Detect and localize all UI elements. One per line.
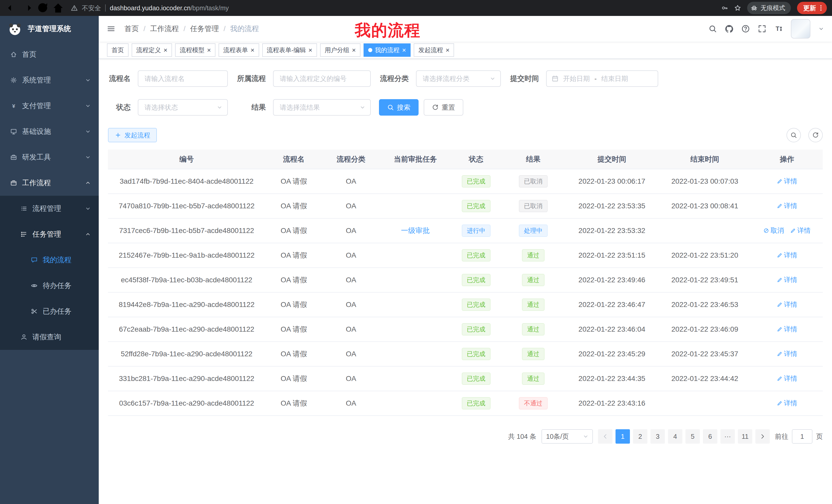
tab-close-icon[interactable]: ×: [309, 47, 312, 53]
column-header: 当前审批任务: [380, 149, 451, 169]
tab-item-5[interactable]: 用户分组×: [320, 44, 361, 57]
tab-close-icon[interactable]: ×: [251, 47, 254, 53]
help-icon[interactable]: [742, 25, 750, 33]
tab-item-2[interactable]: 流程模型×: [175, 44, 215, 57]
sidebar-item-todo-task[interactable]: 待办任务: [0, 273, 99, 299]
detail-action-button[interactable]: 详情: [777, 325, 797, 334]
tab-item-3[interactable]: 流程表单×: [218, 44, 259, 57]
browser-forward-icon[interactable]: [21, 2, 34, 14]
current-task-link[interactable]: 一级审批: [401, 227, 430, 234]
browser-menu-dots-icon[interactable]: [817, 5, 824, 11]
tab-close-icon[interactable]: ×: [207, 47, 211, 53]
cell-id: 2152467e-7b9b-11ec-9a1b-acde48001122: [108, 243, 265, 268]
browser-reload-icon[interactable]: [36, 2, 49, 14]
pager-page-button[interactable]: 6: [703, 429, 717, 444]
pager-page-button[interactable]: 11: [738, 429, 752, 444]
tab-item-6[interactable]: 我的流程×: [364, 44, 411, 57]
pager-page-button[interactable]: 5: [685, 429, 700, 444]
detail-action-button[interactable]: 详情: [777, 399, 797, 408]
tab-close-icon[interactable]: ×: [352, 47, 356, 53]
cancel-action-button[interactable]: 取消: [763, 226, 784, 235]
browser-home-icon[interactable]: [51, 2, 65, 14]
detail-action-button[interactable]: 详情: [777, 251, 797, 260]
avatar[interactable]: [791, 19, 810, 38]
pager-page-button[interactable]: 3: [650, 429, 665, 444]
pager-page-button[interactable]: 4: [668, 429, 682, 444]
pager-more-button[interactable]: ···: [721, 429, 735, 444]
sidebar-item-leave-query[interactable]: 请假查询: [0, 324, 99, 350]
logo[interactable]: 芋道管理系统: [0, 16, 99, 41]
tab-close-icon[interactable]: ×: [402, 47, 406, 53]
refresh-table-button[interactable]: [808, 128, 823, 142]
address-divider: [105, 4, 106, 11]
table-row: 331bc281-7b9a-11ec-a290-acde48001122OA 请…: [108, 366, 823, 391]
sidebar-item-system[interactable]: 系统管理: [0, 67, 99, 93]
status-tag: 已完成: [462, 274, 491, 286]
result-select[interactable]: 请选择流结果: [273, 99, 371, 116]
address-bar[interactable]: 不安全 dashboard.yudao.iocoder.cn/bpm/task/…: [71, 4, 229, 12]
cell-status: 已完成: [451, 292, 501, 317]
avatar-caret-down-icon[interactable]: [818, 26, 824, 31]
end-date-placeholder[interactable]: 结束日期: [601, 74, 628, 83]
pager-page-button[interactable]: 2: [633, 429, 647, 444]
page-size-select[interactable]: 10条/页: [542, 429, 593, 444]
sidebar-item-payment[interactable]: ¥支付管理: [0, 93, 99, 119]
tab-close-icon[interactable]: ×: [446, 47, 449, 53]
sidebar-item-done-task[interactable]: 已办任务: [0, 299, 99, 324]
sidebar-item-process-mgmt[interactable]: 流程管理: [0, 196, 99, 221]
cell-status: 已完成: [451, 194, 501, 218]
goto-page-input[interactable]: [792, 429, 812, 444]
font-size-icon[interactable]: T: [774, 25, 783, 33]
browser-update-button[interactable]: 更新: [797, 2, 827, 14]
sidebar-item-task-mgmt[interactable]: 任务管理: [0, 221, 99, 247]
cell-current-task: [380, 268, 451, 292]
pager-page-button[interactable]: 1: [616, 429, 630, 444]
key-icon[interactable]: [722, 5, 728, 11]
breadcrumb-item[interactable]: 任务管理: [190, 24, 219, 34]
create-process-button[interactable]: 发起流程: [108, 128, 157, 142]
sidebar-item-home[interactable]: 首页: [0, 41, 99, 67]
reset-button[interactable]: 重置: [424, 99, 463, 116]
tab-item-7[interactable]: 发起流程×: [414, 44, 454, 57]
sidebar-item-devtools[interactable]: 研发工具: [0, 144, 99, 170]
detail-action-button[interactable]: 详情: [777, 300, 797, 309]
breadcrumb-item[interactable]: 工作流程: [150, 24, 179, 34]
star-icon[interactable]: [734, 5, 741, 11]
header-search-icon[interactable]: [709, 25, 717, 33]
cell-status: 已完成: [451, 169, 501, 194]
process-def-input[interactable]: [273, 71, 371, 87]
navbar: 首页/工作流程/任务管理/我的流程 T: [99, 16, 832, 41]
detail-action-button[interactable]: 详情: [790, 226, 811, 235]
cell-process-name: OA 请假: [265, 243, 322, 268]
url-text[interactable]: dashboard.yudao.iocoder.cn/bpm/task/my: [110, 4, 229, 12]
sidebar-item-my-process[interactable]: 我的流程: [0, 247, 99, 273]
hamburger-icon[interactable]: [107, 25, 115, 33]
browser-back-icon[interactable]: [5, 2, 19, 14]
detail-action-button[interactable]: 详情: [777, 177, 797, 186]
category-select[interactable]: 请选择流程分类: [416, 71, 501, 87]
security-label[interactable]: 不安全: [82, 4, 101, 12]
cell-submit-time: 2022-01-22 23:49:46: [565, 268, 658, 292]
sidebar-item-infrastructure[interactable]: 基础设施: [0, 119, 99, 144]
tab-close-icon[interactable]: ×: [163, 47, 167, 53]
fullscreen-icon[interactable]: [758, 25, 766, 33]
start-date-placeholder[interactable]: 开始日期: [563, 74, 590, 83]
process-name-input[interactable]: [138, 71, 228, 87]
submit-time-range-picker[interactable]: 开始日期 - 结束日期: [546, 71, 658, 87]
tab-item-4[interactable]: 流程表单-编辑×: [262, 44, 317, 57]
github-icon[interactable]: [725, 25, 733, 33]
detail-action-button[interactable]: 详情: [777, 201, 797, 211]
toggle-search-button[interactable]: [786, 128, 801, 142]
user-icon: [21, 334, 27, 340]
detail-action-button[interactable]: 详情: [777, 349, 797, 358]
pager-prev-button[interactable]: [598, 429, 613, 444]
breadcrumb-item[interactable]: 首页: [125, 24, 139, 34]
detail-action-button[interactable]: 详情: [777, 374, 797, 383]
sidebar-item-workflow[interactable]: 工作流程: [0, 170, 99, 196]
tab-item-1[interactable]: 流程定义×: [132, 44, 172, 57]
pager-next-button[interactable]: [755, 429, 770, 444]
detail-action-button[interactable]: 详情: [777, 275, 797, 284]
search-button[interactable]: 搜索: [379, 99, 419, 116]
tab-item-0[interactable]: 首页: [107, 44, 129, 57]
status-select[interactable]: 请选择状态: [138, 99, 228, 116]
